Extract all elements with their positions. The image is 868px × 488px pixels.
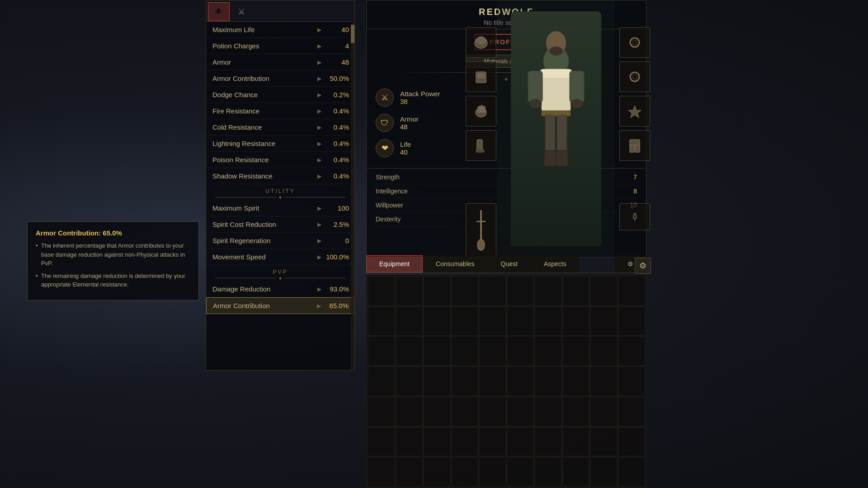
inventory-cell-10[interactable] <box>368 306 395 336</box>
util-row-movement-speed[interactable]: Movement Speed ▶ 100.0% <box>206 249 354 265</box>
inventory-cell-47[interactable] <box>562 397 590 427</box>
util-row-spirit-cost-reduction[interactable]: Spirit Cost Reduction ▶ 2.5% <box>206 216 354 233</box>
inventory-cell-69[interactable] <box>618 457 646 487</box>
inventory-cell-50[interactable] <box>368 427 395 457</box>
scrollbar-thumb[interactable] <box>351 25 354 43</box>
inventory-cell-8[interactable] <box>590 276 618 306</box>
inventory-cell-7[interactable] <box>562 276 590 306</box>
inventory-cell-44[interactable] <box>479 397 506 427</box>
inventory-cell-32[interactable] <box>423 366 451 396</box>
stat-row-lightning-resistance[interactable]: Lightning Resistance ▶ 0.4% <box>206 136 354 152</box>
inventory-cell-11[interactable] <box>396 306 423 336</box>
inventory-cell-29[interactable] <box>618 336 646 366</box>
stat-row-cold-resistance[interactable]: Cold Resistance ▶ 0.4% <box>206 119 354 136</box>
inventory-cell-48[interactable] <box>590 397 618 427</box>
inventory-cell-37[interactable] <box>562 366 590 396</box>
inventory-cell-41[interactable] <box>396 397 423 427</box>
inventory-cell-58[interactable] <box>590 427 618 457</box>
equip-tab-aspects[interactable]: Aspects <box>531 255 580 272</box>
inventory-cell-9[interactable] <box>618 276 646 306</box>
inventory-cell-27[interactable] <box>562 336 590 366</box>
chest-slot[interactable] <box>466 61 496 92</box>
inventory-cell-39[interactable] <box>618 366 646 396</box>
helmet-slot[interactable] <box>466 27 496 58</box>
inventory-cell-67[interactable] <box>562 457 590 487</box>
inventory-cell-34[interactable] <box>479 366 506 396</box>
stat-row-fire-resistance[interactable]: Fire Resistance ▶ 0.4% <box>206 103 354 119</box>
inventory-cell-26[interactable] <box>534 336 562 366</box>
inventory-cell-6[interactable] <box>534 276 562 306</box>
stat-row-poison-resistance[interactable]: Poison Resistance ▶ 0.4% <box>206 152 354 168</box>
inventory-cell-64[interactable] <box>479 457 506 487</box>
inventory-cell-54[interactable] <box>479 427 506 457</box>
inventory-cell-52[interactable] <box>423 427 451 457</box>
inventory-cell-3[interactable] <box>451 276 479 306</box>
inventory-cell-56[interactable] <box>534 427 562 457</box>
inventory-cell-51[interactable] <box>396 427 423 457</box>
stat-row-maximum-life[interactable]: Maximum Life ▶ 40 <box>206 22 354 38</box>
inventory-cell-36[interactable] <box>534 366 562 396</box>
inventory-cell-17[interactable] <box>562 306 590 336</box>
inventory-cell-30[interactable] <box>368 366 395 396</box>
stat-row-dodge-chance[interactable]: Dodge Chance ▶ 0.2% <box>206 87 354 103</box>
inventory-cell-21[interactable] <box>396 336 423 366</box>
inventory-cell-12[interactable] <box>423 306 451 336</box>
equip-tab-consumables[interactable]: Consumables <box>423 255 488 272</box>
pvp-row-armor-contribution[interactable]: Armor Contribution ▶ 65.0% <box>206 297 354 314</box>
inventory-cell-59[interactable] <box>618 427 646 457</box>
weapon-slot[interactable] <box>466 203 496 258</box>
util-row-maximum-spirit[interactable]: Maximum Spirit ▶ 100 <box>206 200 354 216</box>
inventory-cell-22[interactable] <box>423 336 451 366</box>
inventory-cell-2[interactable] <box>423 276 451 306</box>
inventory-cell-13[interactable] <box>451 306 479 336</box>
inventory-cell-49[interactable] <box>618 397 646 427</box>
equip-tab-quest[interactable]: Quest <box>488 255 531 272</box>
inventory-cell-46[interactable] <box>534 397 562 427</box>
stat-row-armor-contribution[interactable]: Armor Contribution ▶ 50.0% <box>206 70 354 87</box>
inventory-cell-68[interactable] <box>590 457 618 487</box>
pvp-row-damage-reduction[interactable]: Damage Reduction ▶ 93.0% <box>206 281 354 297</box>
inventory-cell-53[interactable] <box>451 427 479 457</box>
settings-button[interactable]: ⚙ <box>635 258 651 274</box>
inventory-cell-35[interactable] <box>507 366 534 396</box>
inventory-cell-25[interactable] <box>507 336 534 366</box>
inventory-cell-65[interactable] <box>507 457 534 487</box>
inventory-cell-24[interactable] <box>479 336 506 366</box>
ring1-slot[interactable] <box>619 27 650 58</box>
inventory-cell-16[interactable] <box>534 306 562 336</box>
boots-slot[interactable] <box>466 130 496 161</box>
stat-row-shadow-resistance[interactable]: Shadow Resistance ▶ 0.4% <box>206 168 354 184</box>
util-row-spirit-regeneration[interactable]: Spirit Regeneration ▶ 0 <box>206 233 354 249</box>
inventory-cell-60[interactable] <box>368 457 395 487</box>
equip-tab-equipment[interactable]: Equipment <box>366 255 423 272</box>
inventory-cell-14[interactable] <box>479 306 506 336</box>
inventory-cell-28[interactable] <box>590 336 618 366</box>
inventory-cell-0[interactable] <box>368 276 395 306</box>
offhand-slot[interactable]: ⚱ <box>619 203 650 230</box>
inventory-cell-20[interactable] <box>368 336 395 366</box>
inventory-cell-63[interactable] <box>451 457 479 487</box>
inventory-cell-19[interactable] <box>618 306 646 336</box>
stat-row-potion-charges[interactable]: Potion Charges ▶ 4 <box>206 38 354 54</box>
tab-combat[interactable]: ⚔ <box>231 2 252 21</box>
inventory-cell-33[interactable] <box>451 366 479 396</box>
pants-slot[interactable] <box>619 130 650 161</box>
scrollbar-track[interactable] <box>351 23 354 371</box>
gloves-slot[interactable] <box>466 96 496 127</box>
inventory-cell-61[interactable] <box>396 457 423 487</box>
inventory-cell-5[interactable] <box>507 276 534 306</box>
inventory-cell-43[interactable] <box>451 397 479 427</box>
inventory-cell-62[interactable] <box>423 457 451 487</box>
inventory-cell-55[interactable] <box>507 427 534 457</box>
inventory-cell-38[interactable] <box>590 366 618 396</box>
tab-eye[interactable]: 👁 <box>208 2 230 21</box>
inventory-cell-23[interactable] <box>451 336 479 366</box>
ring2-slot[interactable] <box>619 61 650 92</box>
inventory-cell-31[interactable] <box>396 366 423 396</box>
inventory-cell-66[interactable] <box>534 457 562 487</box>
inventory-cell-45[interactable] <box>507 397 534 427</box>
inventory-cell-57[interactable] <box>562 427 590 457</box>
inventory-cell-18[interactable] <box>590 306 618 336</box>
stat-row-armor[interactable]: Armor ▶ 48 <box>206 54 354 70</box>
amulet-slot[interactable] <box>619 96 650 127</box>
